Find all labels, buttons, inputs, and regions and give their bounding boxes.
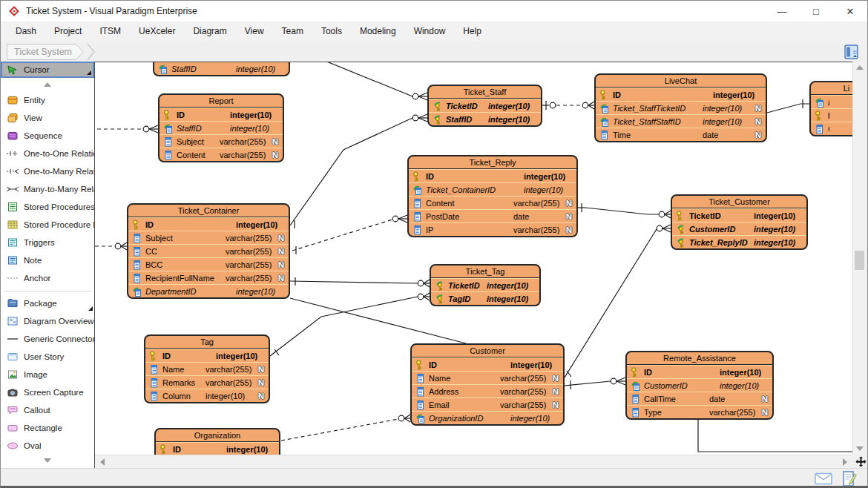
vertical-scroll-thumb[interactable]	[855, 251, 864, 270]
menu-help[interactable]: Help	[454, 22, 490, 42]
tool-stored-procedures[interactable]: Stored Procedures	[1, 198, 94, 216]
table-column-row[interactable]: OrganizationIDinteger(10)	[412, 411, 563, 424]
table-column-row[interactable]: BCCvarchar(255)N	[128, 257, 289, 271]
table-column-row[interactable]: LiveCh	[811, 95, 852, 108]
table-column-row[interactable]: TicketIDinteger(10)	[429, 99, 541, 112]
table-column-row[interactable]: CallTimedateN	[627, 392, 772, 405]
entity-table-tag[interactable]: TagIDinteger(10)Namevarchar(255)NRemarks…	[144, 334, 270, 403]
table-column-row[interactable]: TicketIDinteger(10)	[672, 208, 806, 222]
tool-stored-procedure-resultset[interactable]: Stored Procedure Resultset	[1, 216, 94, 234]
tool-one-to-many-relation[interactable]: One-to-Many Relation	[1, 162, 94, 180]
scroll-down-arrow[interactable]	[853, 443, 866, 455]
tool-image[interactable]: Image	[1, 366, 94, 383]
tool-one-to-one-relation[interactable]: One-to-One Relation	[1, 145, 94, 162]
tool-many-to-many-relation[interactable]: Many-to-Many Relation	[1, 180, 94, 198]
table-column-row[interactable]: CustomerIDinteger(10)	[627, 378, 772, 392]
breadcrumb[interactable]: Ticket System	[7, 44, 84, 60]
table-column-row[interactable]: TicketIDinteger(10)	[431, 278, 539, 291]
table-column-row[interactable]: TimedateN	[596, 128, 766, 141]
diagram-panel-icon[interactable]	[844, 44, 860, 60]
table-column-row[interactable]: Ticket_ContainerIDinteger(10)	[409, 182, 576, 196]
tool-generic-connector[interactable]: Generic Connector	[1, 330, 94, 348]
table-column-row[interactable]: Namevarchar(255)N	[145, 362, 269, 375]
table-column-row[interactable]: Remarksvarchar(255)N	[145, 375, 269, 389]
table-column-row[interactable]: IDinteger(10)	[596, 88, 766, 101]
scroll-left-arrow[interactable]	[96, 455, 108, 468]
toolbox-scroll-down-button[interactable]	[1, 455, 94, 466]
pan-button[interactable]	[852, 455, 868, 468]
mail-icon[interactable]	[815, 472, 832, 488]
tool-diagram-overview[interactable]: Diagram Overview	[1, 312, 94, 330]
table-column-row[interactable]: StaffIDinteger(10)	[154, 62, 289, 75]
tool-anchor[interactable]: Anchor	[1, 269, 94, 287]
table-column-row[interactable]: IDinteger(10)	[409, 169, 576, 182]
tool-triggers[interactable]: Triggers	[1, 234, 94, 251]
menu-view[interactable]: View	[236, 22, 273, 42]
entity-table-organization[interactable]: OrganizationIDinteger(10)	[154, 428, 280, 455]
menu-project[interactable]: Project	[45, 22, 91, 42]
entity-table-ticket-tag[interactable]: Ticket_TagTicketIDinteger(10)TagIDintege…	[430, 264, 541, 306]
tool-callout[interactable]: Callout	[1, 401, 94, 419]
table-column-row[interactable]: Subjectvarchar(255)N	[160, 134, 283, 148]
tool-note[interactable]: Note	[1, 251, 94, 269]
tool-user-story[interactable]: User Story	[1, 348, 94, 366]
table-column-row[interactable]: ID	[811, 108, 852, 122]
table-column-row[interactable]: IDinteger(10)	[412, 357, 563, 371]
scroll-right-arrow[interactable]	[839, 455, 851, 468]
entity-table-livechat[interactable]: LiveChatIDinteger(10)Ticket_StaffTicketI…	[594, 73, 767, 142]
table-column-row[interactable]: DepartmentIDinteger(10)	[128, 284, 289, 297]
table-column-row[interactable]: Addressvarchar(255)N	[412, 384, 563, 398]
table-column-row[interactable]: CustomerIDinteger(10)	[672, 222, 806, 235]
tool-view[interactable]: View	[1, 109, 94, 127]
table-column-row[interactable]: Contentvarchar(255)N	[409, 196, 576, 209]
horizontal-scrollbar[interactable]	[95, 455, 852, 468]
tool-screen-capture[interactable]: Screen Capture	[1, 383, 94, 401]
menu-tools[interactable]: Tools	[312, 22, 351, 42]
entity-table-ticket-customer[interactable]: Ticket_CustomerTicketIDinteger(10)Custom…	[671, 194, 808, 250]
table-column-row[interactable]: Emailvarchar(255)N	[412, 398, 563, 411]
tool-sequence[interactable]: Sequence	[1, 127, 94, 145]
table-column-row[interactable]: RecipientFullNamevarchar(255)N	[128, 271, 289, 284]
table-column-row[interactable]: Contentvarchar(255)N	[160, 148, 283, 161]
entity-table-customer[interactable]: CustomerIDinteger(10)Namevarchar(255)NAd…	[410, 343, 565, 426]
table-column-row[interactable]: StaffIDinteger(10)	[429, 112, 541, 125]
entity-table-li[interactable]: LiLiveChIDConten	[809, 81, 852, 136]
maximize-button[interactable]: □	[799, 1, 833, 22]
scroll-up-arrow[interactable]	[853, 62, 866, 73]
menu-diagram[interactable]: Diagram	[184, 22, 235, 42]
entity-table-clipped[interactable]: StaffIDinteger(10)	[153, 62, 290, 76]
table-column-row[interactable]: Typevarchar(255)N	[627, 405, 772, 418]
menu-modeling[interactable]: Modeling	[351, 22, 405, 42]
entity-table-ticket-staff[interactable]: Ticket_StaffTicketIDinteger(10)StaffIDin…	[427, 85, 542, 127]
entity-table-ticket-container[interactable]: Ticket_ContainerIDinteger(10)Subjectvarc…	[127, 203, 290, 299]
minimize-button[interactable]: —	[765, 1, 799, 22]
close-button[interactable]: ✕	[833, 1, 867, 22]
tool-oval[interactable]: Oval	[1, 437, 94, 455]
table-column-row[interactable]: Ticket_ReplyIDinteger(10)	[672, 235, 806, 248]
table-column-row[interactable]: Subjectvarchar(255)N	[128, 231, 289, 244]
entity-table-remote-assistance[interactable]: Remote_AssistanceIDinteger(10)CustomerID…	[625, 351, 774, 420]
table-column-row[interactable]: IDinteger(10)	[160, 108, 283, 121]
notes-editor-icon[interactable]	[843, 470, 857, 488]
menu-uexceler[interactable]: UeXceler	[130, 22, 184, 42]
table-column-row[interactable]: Columninteger(10)N	[145, 389, 269, 402]
tool-cursor[interactable]: Cursor	[1, 62, 94, 78]
table-column-row[interactable]: IDinteger(10)	[156, 442, 279, 455]
menu-window[interactable]: Window	[405, 22, 455, 42]
tool-package[interactable]: Package	[1, 294, 94, 312]
table-column-row[interactable]: StaffIDinteger(10)	[160, 121, 283, 134]
diagram-canvas[interactable]: StaffIDinteger(10)ReportIDinteger(10)Sta…	[95, 62, 852, 455]
vertical-scrollbar[interactable]	[852, 62, 865, 455]
table-column-row[interactable]: Namevarchar(255)N	[412, 371, 563, 384]
table-column-row[interactable]: TagIDinteger(10)	[431, 291, 539, 305]
table-column-row[interactable]: PostDatedateN	[409, 209, 576, 222]
toolbox-scroll-up-button[interactable]	[1, 78, 94, 91]
entity-table-report[interactable]: ReportIDinteger(10)StaffIDinteger(10)Sub…	[158, 93, 284, 162]
entity-table-ticket-reply[interactable]: Ticket_ReplyIDinteger(10)Ticket_Containe…	[407, 155, 578, 237]
menu-team[interactable]: Team	[273, 22, 312, 42]
table-column-row[interactable]: CCvarchar(255)N	[128, 244, 289, 257]
table-column-row[interactable]: IDinteger(10)	[145, 349, 269, 362]
table-column-row[interactable]: Ticket_StaffStaffIDinteger(10)N	[596, 114, 766, 128]
table-column-row[interactable]: IDinteger(10)	[627, 365, 772, 378]
tool-entity[interactable]: Entity	[1, 91, 94, 109]
